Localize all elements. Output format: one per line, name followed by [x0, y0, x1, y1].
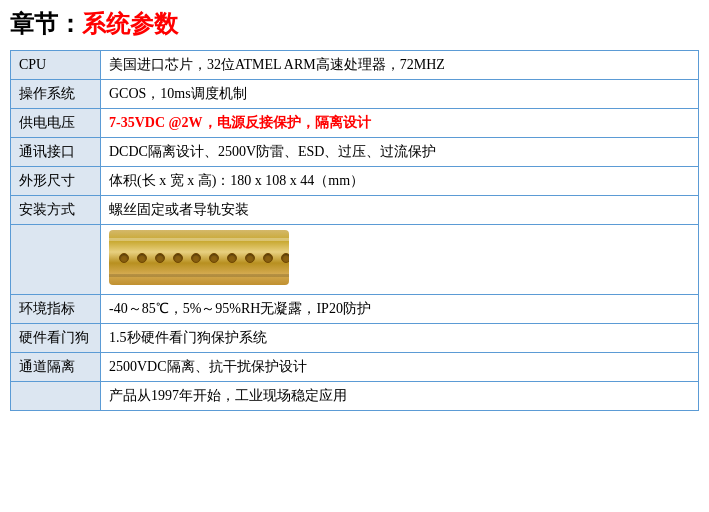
table-row: 通道隔离2500VDC隔离、抗干扰保护设计	[11, 353, 699, 382]
table-row: 操作系统GCOS，10ms调度机制	[11, 80, 699, 109]
label-cell: 通道隔离	[11, 353, 101, 382]
rail-hole	[173, 253, 183, 263]
value-cell: 产品从1997年开始，工业现场稳定应用	[101, 382, 699, 411]
table-row: CPU美国进口芯片，32位ATMEL ARM高速处理器，72MHZ	[11, 51, 699, 80]
label-cell: 通讯接口	[11, 138, 101, 167]
label-cell	[11, 225, 101, 295]
value-cell: 7-35VDC @2W，电源反接保护，隔离设计	[101, 109, 699, 138]
label-cell: CPU	[11, 51, 101, 80]
rail-hole	[245, 253, 255, 263]
rail-hole	[155, 253, 165, 263]
rail-hole	[119, 253, 129, 263]
label-cell: 硬件看门狗	[11, 324, 101, 353]
rail-hole	[227, 253, 237, 263]
table-row: 外形尺寸体积(长 x 宽 x 高)：180 x 108 x 44（mm）	[11, 167, 699, 196]
label-cell: 供电电压	[11, 109, 101, 138]
table-row: 环境指标-40～85℃，5%～95%RH无凝露，IP20防护	[11, 295, 699, 324]
specs-table: CPU美国进口芯片，32位ATMEL ARM高速处理器，72MHZ操作系统GCO…	[10, 50, 699, 411]
rail-hole	[137, 253, 147, 263]
table-row: 产品从1997年开始，工业现场稳定应用	[11, 382, 699, 411]
rail-hole	[263, 253, 273, 263]
page-container: 章节：系统参数 CPU美国进口芯片，32位ATMEL ARM高速处理器，72MH…	[0, 0, 709, 419]
page-title: 章节：系统参数	[10, 8, 699, 40]
label-cell: 环境指标	[11, 295, 101, 324]
title-prefix: 章节：	[10, 10, 82, 37]
value-cell: 螺丝固定或者导轨安装	[101, 196, 699, 225]
value-cell: 体积(长 x 宽 x 高)：180 x 108 x 44（mm）	[101, 167, 699, 196]
value-cell: 1.5秒硬件看门狗保护系统	[101, 324, 699, 353]
value-cell: DCDC隔离设计、2500V防雷、ESD、过压、过流保护	[101, 138, 699, 167]
value-cell: 美国进口芯片，32位ATMEL ARM高速处理器，72MHZ	[101, 51, 699, 80]
label-cell: 安装方式	[11, 196, 101, 225]
din-rail-image	[109, 230, 289, 285]
label-cell: 操作系统	[11, 80, 101, 109]
table-row	[11, 225, 699, 295]
value-cell	[101, 225, 699, 295]
table-row: 通讯接口DCDC隔离设计、2500V防雷、ESD、过压、过流保护	[11, 138, 699, 167]
table-row: 硬件看门狗1.5秒硬件看门狗保护系统	[11, 324, 699, 353]
rail-hole	[191, 253, 201, 263]
title-main: 系统参数	[82, 10, 178, 37]
value-cell: -40～85℃，5%～95%RH无凝露，IP20防护	[101, 295, 699, 324]
table-row: 供电电压7-35VDC @2W，电源反接保护，隔离设计	[11, 109, 699, 138]
rail-hole	[281, 253, 289, 263]
table-row: 安装方式螺丝固定或者导轨安装	[11, 196, 699, 225]
label-cell	[11, 382, 101, 411]
value-cell: 2500VDC隔离、抗干扰保护设计	[101, 353, 699, 382]
value-cell: GCOS，10ms调度机制	[101, 80, 699, 109]
label-cell: 外形尺寸	[11, 167, 101, 196]
rail-hole	[209, 253, 219, 263]
